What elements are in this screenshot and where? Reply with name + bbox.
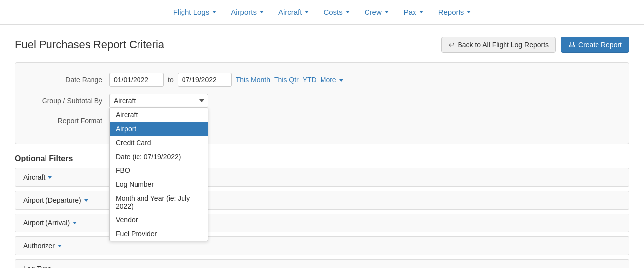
nav-link-crew[interactable]: Crew — [359, 4, 395, 20]
filter-airport-arrival[interactable]: Airport (Arrival) — [15, 214, 629, 232]
filter-airport-departure-label: Airport (Departure) — [23, 196, 81, 204]
group-dropdown-menu: Aircraft Airport Credit Card Date (ie: 0… — [109, 107, 208, 241]
nav-list: Flight Logs Airports Aircraft Costs — [167, 4, 477, 20]
filter-airport-departure-caret — [84, 199, 88, 202]
dropdown-option-month-year[interactable]: Month and Year (ie: July 2022) — [110, 191, 208, 213]
nav-item-crew[interactable]: Crew — [359, 4, 395, 20]
nav-caret-reports — [467, 11, 471, 13]
create-button-label: Create Report — [578, 41, 622, 49]
nav-caret-airports — [260, 11, 264, 13]
nav-caret-costs — [346, 11, 350, 13]
optional-filters-section: Optional Filters Aircraft Airport (Depar… — [15, 154, 629, 268]
back-button-label: Back to All Flight Log Reports — [458, 41, 549, 49]
date-range-label: Date Range — [30, 76, 109, 84]
filter-leg-type[interactable]: Leg Type — [15, 259, 629, 268]
filter-airport-arrival-label: Airport (Arrival) — [23, 219, 70, 227]
back-arrow-icon: ↩ — [449, 41, 455, 49]
filter-airport-arrival-caret — [73, 222, 77, 224]
date-range-row: Date Range to This Month This Qtr YTD Mo… — [30, 73, 614, 87]
nav-caret-flight-logs — [212, 11, 216, 13]
page-title: Fuel Purchases Report Criteria — [15, 38, 164, 51]
filter-airport-departure[interactable]: Airport (Departure) — [15, 191, 629, 210]
criteria-panel: Date Range to This Month This Qtr YTD Mo… — [15, 62, 629, 144]
nav-item-pax[interactable]: Pax — [398, 4, 429, 20]
nav-label-costs: Costs — [323, 8, 342, 16]
page-content: Fuel Purchases Report Criteria ↩ Back to… — [0, 25, 644, 268]
this-month-shortcut[interactable]: This Month — [236, 76, 270, 84]
nav-item-aircraft[interactable]: Aircraft — [273, 4, 315, 20]
create-report-button[interactable]: 🖶 Create Report — [561, 37, 629, 53]
nav-link-flight-logs[interactable]: Flight Logs — [167, 4, 222, 20]
format-label: Report Format — [30, 117, 109, 125]
filter-authorizer-caret — [58, 245, 62, 247]
dropdown-option-vendor[interactable]: Vendor — [110, 213, 208, 227]
nav-link-pax[interactable]: Pax — [398, 4, 429, 20]
nav-item-airports[interactable]: Airports — [225, 4, 270, 20]
nav-link-reports[interactable]: Reports — [432, 4, 477, 20]
navbar: Flight Logs Airports Aircraft Costs — [0, 0, 644, 25]
group-subtotal-row: Group / Subtotal By Aircraft Airport Cre… — [30, 94, 614, 107]
filter-aircraft-label: Aircraft — [23, 173, 45, 181]
dropdown-option-aircraft[interactable]: Aircraft — [110, 108, 208, 122]
nav-caret-pax — [419, 11, 423, 13]
filters-title: Optional Filters — [15, 154, 629, 163]
date-separator: to — [168, 76, 174, 84]
filter-aircraft[interactable]: Aircraft — [15, 168, 629, 187]
group-controls: Aircraft Airport Credit Card Date (ie: 0… — [109, 94, 208, 107]
nav-label-crew: Crew — [365, 8, 382, 16]
date-to-input[interactable] — [178, 73, 232, 87]
group-label: Group / Subtotal By — [30, 97, 109, 105]
this-qtr-shortcut[interactable]: This Qtr — [274, 76, 299, 84]
dropdown-option-log-number[interactable]: Log Number — [110, 177, 208, 191]
nav-link-airports[interactable]: Airports — [225, 4, 270, 20]
more-caret — [339, 79, 343, 82]
nav-link-aircraft[interactable]: Aircraft — [273, 4, 315, 20]
header-buttons: ↩ Back to All Flight Log Reports 🖶 Creat… — [441, 37, 629, 53]
back-to-reports-button[interactable]: ↩ Back to All Flight Log Reports — [441, 37, 556, 53]
nav-label-aircraft: Aircraft — [278, 8, 302, 16]
nav-link-costs[interactable]: Costs — [318, 4, 355, 20]
dropdown-option-credit-card[interactable]: Credit Card — [110, 136, 208, 150]
dropdown-option-airport[interactable]: Airport — [110, 122, 208, 136]
filter-authorizer[interactable]: Authorizer — [15, 236, 629, 255]
nav-item-reports[interactable]: Reports — [432, 4, 477, 20]
group-select-wrapper: Aircraft Airport Credit Card Date (ie: 0… — [109, 94, 208, 107]
nav-item-flight-logs[interactable]: Flight Logs — [167, 4, 222, 20]
filter-leg-type-label: Leg Type — [23, 265, 51, 268]
nav-label-reports: Reports — [438, 8, 464, 16]
nav-label-pax: Pax — [404, 8, 416, 16]
page-header: Fuel Purchases Report Criteria ↩ Back to… — [15, 37, 629, 53]
nav-item-costs[interactable]: Costs — [318, 4, 355, 20]
more-label: More — [321, 76, 336, 84]
filter-authorizer-label: Authorizer — [23, 242, 55, 250]
dropdown-option-fbo[interactable]: FBO — [110, 163, 208, 177]
dropdown-option-date[interactable]: Date (ie: 07/19/2022) — [110, 150, 208, 163]
nav-caret-aircraft — [305, 11, 309, 13]
nav-label-flight-logs: Flight Logs — [173, 8, 209, 16]
print-icon: 🖶 — [568, 41, 575, 49]
nav-label-airports: Airports — [231, 8, 257, 16]
date-range-controls: to This Month This Qtr YTD More — [109, 73, 343, 87]
nav-caret-crew — [385, 11, 389, 13]
dropdown-option-fuel-provider[interactable]: Fuel Provider — [110, 227, 208, 241]
more-shortcut[interactable]: More — [321, 76, 343, 84]
group-select[interactable]: Aircraft Airport Credit Card Date (ie: 0… — [109, 94, 208, 107]
date-from-input[interactable] — [109, 73, 164, 87]
ytd-shortcut[interactable]: YTD — [303, 76, 317, 84]
filter-aircraft-caret — [48, 176, 52, 179]
